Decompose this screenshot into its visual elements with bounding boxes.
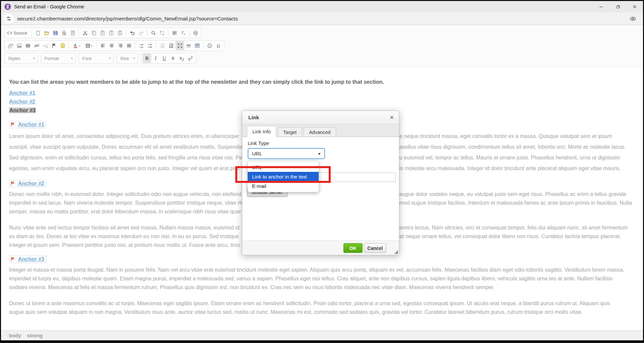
redo-button[interactable]	[137, 28, 145, 38]
image-icon	[16, 43, 22, 49]
tab-link-info[interactable]: Link Info	[247, 126, 276, 137]
text-color-button[interactable]: A▾	[71, 41, 83, 50]
url-text[interactable]: secure2.chambermaster.com/directory/jsp/…	[17, 16, 238, 22]
find-button[interactable]	[149, 28, 158, 38]
eye-icon[interactable]	[630, 15, 636, 22]
selected-anchor-text[interactable]: Anchor #3	[9, 108, 36, 113]
bold-button[interactable]: B	[143, 54, 151, 63]
save-button[interactable]	[51, 28, 60, 38]
source-button[interactable]: Source	[6, 28, 30, 38]
paste-word-button[interactable]: W	[115, 28, 124, 38]
bulleted-list-button[interactable]	[146, 41, 154, 50]
site-settings-icon[interactable]	[4, 14, 14, 24]
horizontal-rule-button[interactable]	[184, 41, 193, 50]
indent-button[interactable]	[167, 41, 175, 50]
line-right-segment: e neque tincidunt massa, eget convallis …	[399, 131, 612, 142]
paste-button[interactable]	[98, 28, 107, 38]
print-button[interactable]	[191, 28, 200, 38]
smiley-icon	[207, 43, 213, 49]
superscript-button[interactable]: x2	[186, 54, 195, 63]
paste-text-button[interactable]: T	[107, 28, 115, 38]
anchor-button[interactable]	[50, 41, 58, 50]
remove-format-button[interactable]: Tx	[179, 28, 187, 38]
ok-button[interactable]: OK	[343, 243, 363, 253]
element-path-item[interactable]: body	[9, 333, 21, 338]
templates-button[interactable]	[68, 28, 77, 38]
outdent-button[interactable]	[158, 41, 167, 50]
preview-button[interactable]	[60, 28, 68, 38]
maximize-button[interactable]	[175, 41, 184, 50]
anchor-flag-icon	[10, 122, 17, 127]
align-left-button[interactable]	[98, 41, 107, 50]
line-right-segment: asellus vitae risus dignissim, condiment…	[399, 142, 626, 152]
numbered-list-button[interactable]: 12	[137, 41, 146, 50]
merge-data-button[interactable]	[58, 41, 67, 50]
bg-color-button[interactable]: A▾	[83, 41, 95, 50]
copy-button[interactable]	[89, 28, 98, 38]
size-dropdown[interactable]: Size▾	[116, 53, 138, 64]
svg-text:Ω: Ω	[217, 43, 220, 48]
paragraph-line: Integer et massa et massa porta feugiat.…	[9, 266, 643, 274]
redo-icon	[138, 30, 144, 36]
anchor-heading-link[interactable]: Anchor #3	[18, 256, 44, 262]
align-right-button[interactable]	[116, 41, 125, 50]
anchor-link[interactable]: Anchor #1	[9, 90, 35, 96]
replace-button[interactable]: ba	[158, 28, 166, 38]
paste-text-icon: T	[108, 30, 114, 36]
folder-open-icon	[44, 30, 50, 36]
anchor-link[interactable]: Anchor #2	[9, 99, 35, 105]
folder-open-button[interactable]	[42, 28, 51, 38]
line-left-segment: Sed dignissim, enim et sollicitudin curs…	[9, 155, 242, 160]
line-right-segment: aretra lectus. Nam ultricies, orci et co…	[399, 223, 628, 232]
element-path-item[interactable]: strong	[27, 333, 43, 338]
align-left-icon	[100, 43, 106, 49]
tab-advanced[interactable]: Advanced	[304, 127, 336, 137]
unlink-button[interactable]	[41, 41, 50, 50]
resize-grip[interactable]	[394, 250, 398, 254]
outdent-icon	[160, 43, 165, 49]
doc-new-button[interactable]	[33, 28, 42, 38]
link-button[interactable]	[32, 41, 41, 50]
bulleted-list-icon	[147, 43, 153, 49]
strikethrough-button[interactable]: S	[169, 54, 177, 63]
format-dropdown[interactable]: Format▾	[41, 53, 76, 64]
close-button[interactable]	[626, 1, 643, 12]
link-type-value: URL	[252, 151, 262, 156]
paragraph-line: imperdiet id turpis eu, dapibus molestie…	[9, 274, 643, 283]
attachment-button[interactable]	[6, 41, 15, 50]
minimize-button[interactable]	[593, 1, 610, 12]
tab-target[interactable]: Target	[278, 127, 302, 137]
anchor-flag-icon	[10, 257, 17, 262]
italic-button[interactable]: I	[151, 54, 160, 63]
styles-dropdown[interactable]: Styles▾	[4, 53, 38, 64]
line-left-segment: suscipit, vitae suscipit quam vulputate.…	[9, 144, 242, 150]
select-all-button[interactable]	[170, 28, 179, 38]
underline-button[interactable]: U	[160, 54, 169, 63]
youtube-button[interactable]: YouTube	[23, 41, 32, 50]
line-left-segment: semper, massa eu mattis porttitor, erat …	[9, 209, 241, 214]
toolbar-separator	[147, 29, 147, 37]
toolbar-separator	[69, 42, 69, 49]
cut-button[interactable]	[81, 28, 89, 38]
align-justify-button[interactable]	[125, 41, 133, 50]
link-type-select[interactable]: URL	[248, 148, 325, 159]
cancel-button[interactable]: Cancel	[364, 243, 386, 253]
dialog-close-icon[interactable]	[389, 115, 394, 120]
toolbar-separator	[79, 29, 79, 37]
restore-button[interactable]	[610, 1, 626, 12]
image-button[interactable]	[15, 41, 23, 50]
line-left-segment: Donec ut lorem a ante maximus convallis …	[9, 300, 610, 306]
section-anchor-heading: Anchor #3	[9, 255, 643, 264]
url-bar[interactable]: secure2.chambermaster.com/directory/jsp/…	[1, 12, 643, 25]
align-center-button[interactable]	[107, 41, 116, 50]
smiley-button[interactable]	[205, 41, 214, 50]
special-char-button[interactable]: Ω	[214, 41, 223, 50]
anchor-heading-link[interactable]: Anchor #2	[18, 181, 44, 187]
table-button[interactable]	[193, 41, 202, 50]
svg-text:2: 2	[139, 46, 140, 48]
subscript-button[interactable]: x2	[177, 54, 186, 63]
font-dropdown[interactable]: Font▾	[79, 53, 113, 64]
line-right-segment: augue dolor sodales neque, eu volutpat j…	[399, 190, 626, 199]
anchor-heading-link[interactable]: Anchor #1	[18, 122, 44, 128]
undo-button[interactable]	[128, 28, 137, 38]
